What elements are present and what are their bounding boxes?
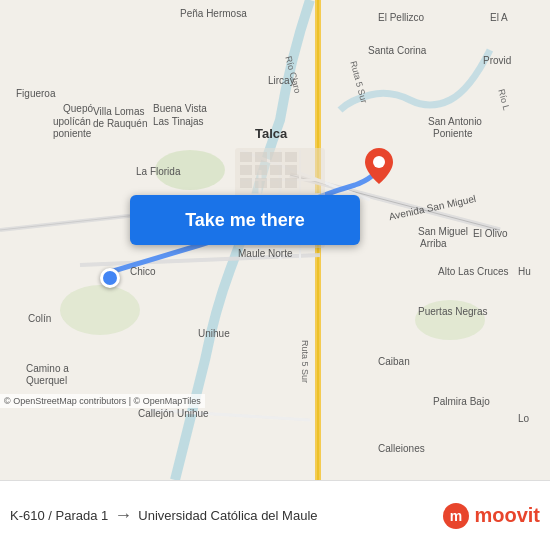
take-me-there-button[interactable]: Take me there: [130, 195, 360, 245]
svg-rect-18: [240, 152, 252, 162]
origin-marker: [100, 268, 120, 288]
route-to: Universidad Católica del Maule: [138, 508, 317, 523]
svg-rect-25: [285, 165, 297, 175]
svg-rect-29: [285, 178, 297, 188]
svg-point-33: [373, 156, 385, 168]
svg-line-6: [80, 255, 320, 265]
svg-point-30: [155, 150, 225, 190]
map-container: Peña Hermosa El Pellizco El A Santa Cori…: [0, 0, 550, 480]
svg-rect-20: [270, 152, 282, 162]
bottom-bar: K-610 / Parada 1 → Universidad Católica …: [0, 480, 550, 550]
svg-rect-24: [270, 165, 282, 175]
svg-rect-27: [255, 178, 267, 188]
svg-rect-28: [270, 178, 282, 188]
svg-rect-26: [240, 178, 252, 188]
moovit-logo-icon: m: [442, 502, 470, 530]
osm-credits: © OpenStreetMap contributors | © OpenMap…: [0, 394, 205, 408]
svg-rect-21: [285, 152, 297, 162]
svg-text:m: m: [450, 508, 462, 524]
route-arrow-icon: →: [114, 505, 132, 526]
moovit-text: moovit: [474, 504, 540, 527]
svg-point-31: [60, 285, 140, 335]
svg-rect-22: [240, 165, 252, 175]
svg-rect-19: [255, 152, 267, 162]
svg-line-16: [150, 410, 310, 420]
route-from: K-610 / Parada 1: [10, 508, 108, 523]
route-info: K-610 / Parada 1 → Universidad Católica …: [10, 505, 442, 526]
svg-rect-23: [255, 165, 267, 175]
moovit-logo: m moovit: [442, 502, 540, 530]
svg-point-32: [415, 300, 485, 340]
destination-marker: [365, 148, 393, 188]
